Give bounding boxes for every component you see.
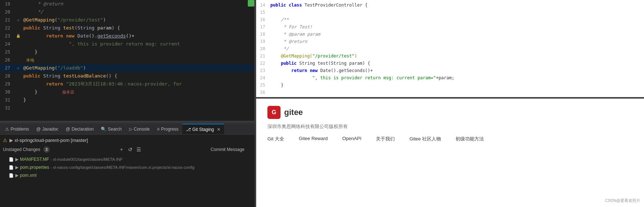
table-row: 27 ◇ @GetMapping("/loaddb") (0, 64, 254, 72)
line-number: 24 (256, 74, 269, 81)
code-content: @GetMapping("/provider/test") (269, 52, 644, 60)
table-row: 25 } (0, 48, 254, 56)
gitee-link-people[interactable]: Gitee 社区人物 (409, 136, 441, 142)
editor-scrollbar[interactable] (0, 120, 254, 123)
file-icon: 📄 (9, 164, 14, 171)
gitee-link-reward[interactable]: Gitee Reward (299, 136, 327, 142)
table-row: 18 * @param param (256, 31, 644, 38)
table-row: 28 public String testLoadBalance() { (0, 72, 254, 80)
file-name: pom.xml (20, 172, 36, 179)
arrow-icon: ▶ (15, 156, 19, 163)
code-content: * @return (269, 38, 644, 45)
tab-javadoc[interactable]: @ Javadoc (33, 124, 62, 134)
code-content: */ (269, 45, 644, 52)
tab-label: Problems (11, 127, 29, 132)
console-icon: ▷ (129, 127, 132, 132)
unstaged-header: Unstaged Changes 3 ＋ ↺ ☰ Commit Message (3, 144, 252, 155)
project-header: ⚠ ▶ xl-springcloud-parent-pom [master] (3, 136, 252, 144)
commit-message-label: Commit Message (211, 147, 252, 152)
file-path: - xl-nacos-config/target/classes/META-IN… (51, 164, 194, 171)
code-content: } 服务器 (22, 88, 254, 96)
table-row: 21 ◇ @GetMapping("/provider/test") (0, 16, 254, 24)
line-number: 17 (256, 23, 269, 31)
csdn-watermark: CSDN@爱看老照片 (605, 198, 640, 203)
refresh-icon[interactable]: ↺ (127, 146, 134, 153)
table-row: 24 ", this is provider return msg: curre… (256, 74, 644, 81)
code-content: * @return (22, 0, 254, 8)
add-icon[interactable]: ＋ (118, 146, 125, 153)
code-editor: 19 * @return 20 */ 21 ◇ @G (0, 0, 255, 123)
tab-progress[interactable]: ≡ Progress (154, 124, 182, 134)
table-row: 29 return "2023年3月1日18:03:46：nacos-provi… (0, 80, 254, 88)
line-number: 29 (0, 80, 15, 88)
line-number: 21 (256, 52, 269, 60)
tab-console[interactable]: ▷ Console (126, 124, 154, 134)
gitee-links: Git 大全 Gitee Reward OpenAPI 关于我们 Gitee 社… (267, 136, 633, 142)
line-number: 18 (256, 31, 269, 38)
table-row: 23 🔒 return new Date().getSeconds()+ (0, 32, 254, 40)
tab-search[interactable]: 🔍 Search (97, 124, 125, 134)
code-content: return new Date().getSeconds()+ (269, 67, 644, 74)
gitee-header: G gitee (267, 106, 633, 119)
table-row: 31 } (0, 96, 254, 104)
arrow-icon: ▶ (9, 138, 13, 143)
line-number: 19 (256, 38, 269, 45)
line-number: 14 (256, 1, 269, 9)
gitee-logo-letter: G (272, 109, 276, 116)
list-item: 📄 ▶ MANIFEST.MF - xl-module001/target/cl… (3, 155, 252, 163)
scrollbar-track[interactable] (0, 121, 254, 123)
git-staging-panel: ⚠ ▶ xl-springcloud-parent-pom [master] U… (0, 134, 255, 207)
editor-wrapper: 19 * @return 20 */ 21 ◇ @G (0, 0, 255, 207)
table-row: 14 public class TestProviderController { (256, 1, 644, 9)
table-row: 23 return new Date().getSeconds()+ (256, 67, 644, 74)
project-title: ▶ xl-springcloud-parent-pom [master] (9, 138, 88, 143)
close-icon[interactable]: ✕ (217, 127, 220, 132)
table-row: 22 public String test(String param) { (256, 60, 644, 67)
file-icon: 📄 (9, 156, 14, 163)
tab-label: Declaration (72, 127, 94, 132)
tab-git-staging[interactable]: ⎇ Git Staging ✕ (182, 124, 224, 134)
project-area: ⚠ ▶ xl-springcloud-parent-pom [master] U… (0, 135, 255, 207)
line-gutter: ◇ (15, 16, 22, 24)
code-content: return new Date().getSeconds()+ (22, 32, 254, 40)
code-content: return "2023年3月1日18:03:46：nacos-provider… (22, 80, 254, 88)
line-number: 32 (0, 104, 15, 112)
file-icon: 📄 (9, 172, 14, 179)
code-content: @GetMapping("/loaddb") (22, 64, 254, 72)
table-row: 32 (0, 104, 254, 112)
table-row: 26 (256, 89, 644, 96)
gitee-link-git[interactable]: Git 大全 (267, 136, 284, 142)
gitee-link-openapi[interactable]: OpenAPI (342, 136, 362, 142)
line-number: 23 (256, 67, 269, 74)
table-row: 20 */ (0, 8, 254, 16)
line-number: 26 (256, 89, 269, 96)
gitee-panel: G gitee 深圳市奥思网络科技有限公司版权所有 Git 大全 Gitee R… (256, 99, 644, 207)
table-row: 16 /** (256, 16, 644, 23)
line-number: 20 (0, 8, 15, 16)
search-icon: 🔍 (101, 127, 106, 132)
file-path: - xl-module001/target/classes/META-INF (51, 156, 123, 163)
line-number: 28 (0, 72, 15, 80)
table-row: 25 } (256, 81, 644, 89)
table-row: 30 } 服务器 (0, 88, 254, 96)
gitee-link-features[interactable]: 初级功能方法 (456, 136, 484, 142)
tab-label: Progress (161, 127, 179, 132)
gitee-link-about[interactable]: 关于我们 (376, 136, 395, 142)
tab-declaration[interactable]: @ Declaration (62, 124, 98, 134)
declaration-icon: @ (66, 127, 70, 132)
list-item: 📄 ▶ pom.xml (3, 171, 252, 179)
line-number: 26 (0, 56, 15, 64)
tab-problems[interactable]: ⚠ Problems (1, 124, 33, 134)
code-content: public String test(String param) { (269, 60, 644, 67)
warning-icon: ⚠ (3, 138, 7, 143)
code-line-list: 19 * @return 20 */ 21 ◇ @G (0, 0, 254, 112)
arrow-icon: ▶ (15, 164, 19, 171)
menu-icon[interactable]: ☰ (135, 146, 143, 153)
line-number: 21 (0, 16, 15, 24)
problems-icon: ⚠ (5, 127, 9, 132)
code-content (269, 89, 644, 96)
code-content: public String test(String param) { (22, 24, 254, 32)
line-number: 15 (256, 9, 269, 16)
unstaged-count: 3 (43, 146, 50, 153)
toolbar-icons: ＋ ↺ ☰ (118, 146, 143, 153)
